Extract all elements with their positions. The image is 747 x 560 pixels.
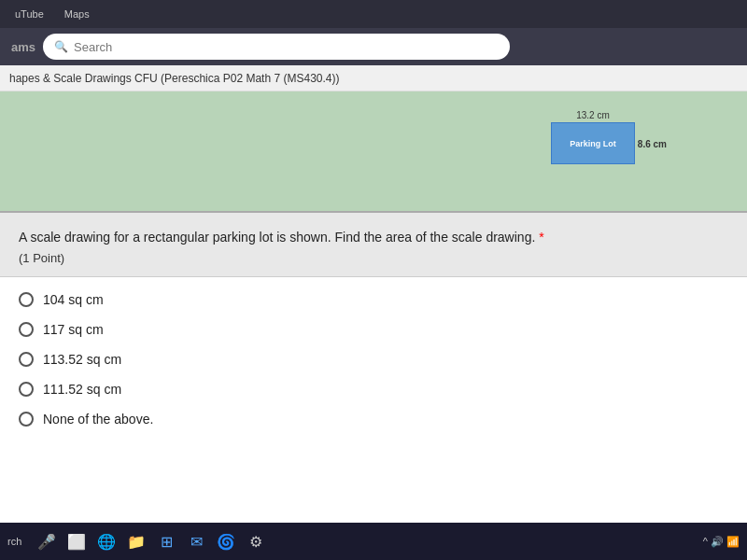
dimension-top-label: 13.2 cm <box>551 110 635 120</box>
taskbar-search[interactable]: rch <box>7 536 21 547</box>
browser-tabs: uTube Maps <box>7 7 97 21</box>
option-4-label: 111.52 sq cm <box>43 382 121 397</box>
tab-youtube[interactable]: uTube <box>7 7 51 21</box>
parking-lot-label: Parking Lot <box>570 139 616 148</box>
edge-browser-icon[interactable]: 🌐 <box>96 531 117 552</box>
dimension-right-label: 8.6 cm <box>638 138 667 148</box>
browser-top-bar: uTube Maps <box>0 0 747 28</box>
search-icon: 🔍 <box>54 40 68 53</box>
vpn-icon[interactable]: 🌀 <box>216 531 236 552</box>
radio-5[interactable] <box>19 412 34 427</box>
option-1[interactable]: 104 sq cm <box>19 292 728 307</box>
settings-icon[interactable]: ⚙ <box>246 531 266 552</box>
option-3-label: 113.52 sq cm <box>43 352 121 367</box>
radio-3[interactable] <box>19 352 34 367</box>
search-bar[interactable]: 🔍 <box>43 34 510 60</box>
parking-lot-container: 13.2 cm Parking Lot 8.6 cm <box>551 110 635 164</box>
system-tray: ^ 🔊 📶 <box>703 536 740 548</box>
browser-nav-bar: ams 🔍 <box>0 28 747 65</box>
question-box: A scale drawing for a rectangular parkin… <box>0 213 747 277</box>
windows-store-icon[interactable]: ⊞ <box>156 531 176 552</box>
parking-lot-box: Parking Lot 8.6 cm <box>551 122 635 164</box>
question-text: A scale drawing for a rectangular parkin… <box>19 228 728 247</box>
microphone-icon[interactable]: 🎤 <box>36 531 57 552</box>
search-input[interactable] <box>74 40 499 54</box>
diagram-area: 13.2 cm Parking Lot 8.6 cm <box>0 91 747 213</box>
option-5-label: None of the above. <box>43 412 153 427</box>
tablet-mode-icon[interactable]: ⬜ <box>66 531 87 552</box>
options-area: 104 sq cm 117 sq cm 113.52 sq cm 111.52 … <box>0 277 747 441</box>
required-indicator: * <box>539 230 543 245</box>
option-2[interactable]: 117 sq cm <box>19 322 728 337</box>
option-4[interactable]: 111.52 sq cm <box>19 382 728 397</box>
point-label: (1 Point) <box>19 251 728 265</box>
mail-icon[interactable]: ✉ <box>186 531 206 552</box>
app-name-label: ams <box>11 40 35 54</box>
taskbar-icons: 🎤 ⬜ 🌐 📁 ⊞ ✉ 🌀 ⚙ <box>36 531 266 552</box>
radio-4[interactable] <box>19 382 34 397</box>
question-container: 13.2 cm Parking Lot 8.6 cm A scale drawi… <box>0 91 747 441</box>
main-content: 13.2 cm Parking Lot 8.6 cm A scale drawi… <box>0 91 747 523</box>
radio-1[interactable] <box>19 292 34 307</box>
file-explorer-icon[interactable]: 📁 <box>126 531 147 552</box>
option-1-label: 104 sq cm <box>43 292 104 307</box>
breadcrumb: hapes & Scale Drawings CFU (Pereschica P… <box>0 65 747 91</box>
taskbar-search-label: rch <box>7 536 21 547</box>
taskbar-right: ^ 🔊 📶 <box>703 536 740 548</box>
taskbar: rch 🎤 ⬜ 🌐 📁 ⊞ ✉ 🌀 ⚙ ^ 🔊 📶 <box>0 523 747 560</box>
option-5[interactable]: None of the above. <box>19 412 728 427</box>
option-2-label: 117 sq cm <box>43 322 104 337</box>
breadcrumb-text: hapes & Scale Drawings CFU (Pereschica P… <box>9 72 339 85</box>
tab-maps[interactable]: Maps <box>57 7 97 21</box>
option-3[interactable]: 113.52 sq cm <box>19 352 728 367</box>
radio-2[interactable] <box>19 322 34 337</box>
